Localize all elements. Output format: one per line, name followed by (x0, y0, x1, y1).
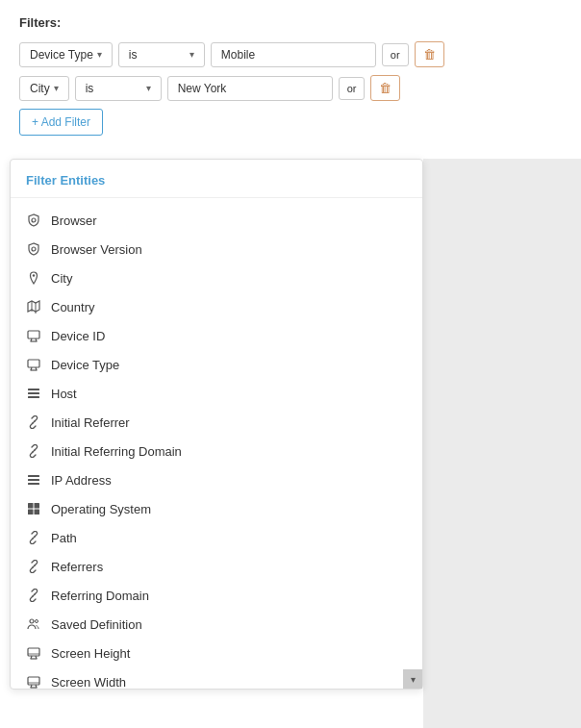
entity-list[interactable]: BrowserBrowser VersionCityCountryDevice … (11, 198, 422, 689)
list-item[interactable]: Referrers (11, 552, 422, 581)
filter-delete-1-btn[interactable]: 🗑 (415, 41, 444, 67)
entity-item-label: Screen Height (51, 646, 130, 661)
chevron-down-icon: ▾ (97, 49, 102, 60)
list-item[interactable]: Initial Referrer (11, 408, 422, 437)
svg-point-1 (32, 247, 36, 251)
filters-section: Filters: Device Type ▾ is ▾ or 🗑 City ▾ (0, 0, 581, 151)
list-item[interactable]: Path (11, 523, 422, 552)
svg-rect-21 (28, 503, 34, 509)
filter-entity-city-btn[interactable]: City ▾ (19, 76, 69, 101)
svg-line-16 (33, 421, 36, 424)
screen-icon (26, 645, 41, 661)
windows-icon (26, 501, 41, 516)
scroll-down-btn[interactable]: ▾ (403, 669, 422, 689)
svg-rect-20 (28, 483, 39, 485)
monitor-icon (26, 328, 41, 343)
filter-entity-device-type-btn[interactable]: Device Type ▾ (19, 42, 113, 67)
filter-operator-2-select[interactable]: is ▾ (75, 76, 162, 101)
entity-item-label: City (51, 271, 72, 286)
dropdown-header: Filter Entities (11, 160, 422, 198)
entity-item-label: Country (51, 300, 95, 314)
filter-row-2: City ▾ is ▾ or 🗑 (19, 75, 562, 101)
chevron-down-icon: ▾ (146, 83, 151, 93)
svg-point-28 (30, 619, 34, 623)
right-panel (423, 159, 581, 728)
entity-item-label: Browser (51, 213, 97, 228)
people-icon (26, 616, 41, 632)
filter-row-1: Device Type ▾ is ▾ or 🗑 (19, 41, 562, 67)
list-item[interactable]: Operating System (11, 494, 422, 523)
entity-item-label: Device Type (51, 358, 119, 372)
svg-rect-14 (28, 392, 39, 394)
list-icon (26, 472, 41, 488)
svg-point-29 (36, 620, 38, 623)
shield-icon (26, 213, 41, 228)
chevron-down-icon: ▾ (189, 49, 194, 60)
map-icon (26, 299, 41, 314)
svg-rect-15 (28, 396, 39, 398)
pin-icon (26, 270, 41, 286)
entity-item-label: Referrers (51, 560, 103, 574)
list-item[interactable]: Screen Height (11, 639, 422, 667)
svg-rect-30 (28, 648, 39, 656)
svg-rect-22 (35, 503, 40, 509)
entity-item-label: Path (51, 531, 77, 545)
entity-item-label: Saved Definition (51, 617, 142, 632)
svg-rect-24 (35, 510, 40, 515)
trash-icon: 🗑 (379, 81, 392, 95)
list-item[interactable]: Saved Definition (11, 610, 422, 639)
list-item[interactable]: Device ID (11, 321, 422, 350)
entity-item-label: IP Address (51, 473, 112, 488)
list-item[interactable]: Referring Domain (11, 581, 422, 610)
svg-point-2 (33, 274, 35, 276)
list-item[interactable]: Initial Referring Domain (11, 437, 422, 465)
list-icon (26, 386, 41, 401)
filter-delete-2-btn[interactable]: 🗑 (370, 75, 400, 101)
list-item[interactable]: Country (11, 292, 422, 321)
svg-rect-9 (28, 360, 39, 367)
entity-item-label: Referring Domain (51, 589, 149, 603)
add-filter-btn[interactable]: + Add Filter (19, 109, 103, 136)
list-item[interactable]: Browser Version (11, 235, 422, 264)
trash-icon: 🗑 (423, 47, 436, 62)
svg-rect-23 (28, 510, 34, 515)
monitor-icon (26, 357, 41, 372)
list-item[interactable]: Screen Width (11, 667, 422, 689)
svg-rect-5 (28, 331, 39, 339)
link-icon (26, 414, 41, 430)
filter-entities-dropdown: Filter Entities BrowserBrowser VersionCi… (10, 159, 423, 690)
filter-operator-1-select[interactable]: is ▾ (118, 42, 205, 67)
list-item[interactable]: Device Type (11, 350, 422, 379)
entity-item-label: Device ID (51, 329, 105, 343)
page-wrapper: Filters: Device Type ▾ is ▾ or 🗑 City ▾ (0, 0, 581, 728)
link-icon (26, 530, 41, 545)
svg-point-0 (32, 218, 36, 222)
filter-value-1-input[interactable] (211, 42, 376, 67)
plus-icon: + Add Filter (32, 115, 90, 129)
list-item[interactable]: Browser (11, 206, 422, 235)
svg-rect-13 (28, 389, 39, 390)
svg-line-26 (33, 565, 36, 568)
svg-line-27 (33, 594, 36, 597)
shield-icon (26, 241, 41, 257)
link-icon (26, 559, 41, 574)
entity-item-label: Browser Version (51, 242, 142, 257)
filter-or-2-btn[interactable]: or (339, 77, 366, 100)
svg-line-17 (33, 450, 36, 453)
dropdown-body: BrowserBrowser VersionCityCountryDevice … (11, 198, 422, 689)
link-icon (26, 588, 41, 603)
dropdown-title: Filter Entities (26, 173, 407, 188)
filter-value-2-input[interactable] (167, 76, 333, 101)
entity-item-label: Host (51, 387, 77, 401)
list-item[interactable]: City (11, 264, 422, 292)
svg-line-25 (33, 537, 36, 540)
chevron-down-icon: ▾ (54, 83, 59, 93)
list-item[interactable]: IP Address (11, 465, 422, 494)
list-item[interactable]: Host (11, 379, 422, 408)
filter-or-1-btn[interactable]: or (382, 43, 409, 66)
svg-rect-18 (28, 475, 39, 477)
screen-icon (26, 674, 41, 689)
entity-item-label: Initial Referrer (51, 415, 130, 430)
svg-rect-35 (28, 677, 39, 685)
entity-item-label: Screen Width (51, 675, 126, 690)
